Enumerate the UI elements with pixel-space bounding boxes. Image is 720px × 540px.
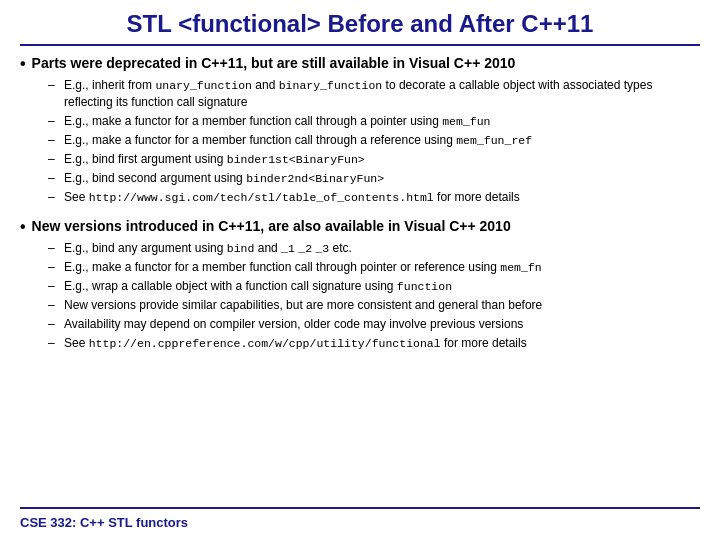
text: E.g., make a functor for a member functi… xyxy=(64,260,500,274)
list-item: E.g., inherit from unary_function and bi… xyxy=(48,77,700,111)
list-item: E.g., make a functor for a member functi… xyxy=(48,132,700,149)
code: _1 xyxy=(281,242,295,255)
list-item: New versions provide similar capabilitie… xyxy=(48,297,700,314)
text: for more details xyxy=(434,190,520,204)
section2-list: E.g., bind any argument using bind and _… xyxy=(48,240,700,352)
code: mem_fun_ref xyxy=(456,134,532,147)
section1: • Parts were deprecated in C++11, but ar… xyxy=(20,54,700,209)
section2: • New versions introduced in C++11, are … xyxy=(20,217,700,354)
text: New versions provide similar capabilitie… xyxy=(64,298,542,312)
text: and xyxy=(252,78,279,92)
code: binder1st<BinaryFun> xyxy=(227,153,365,166)
text: E.g., make a functor for a member functi… xyxy=(64,114,442,128)
section1-header: • Parts were deprecated in C++11, but ar… xyxy=(20,54,700,73)
text: E.g., bind first argument using xyxy=(64,152,227,166)
text: See xyxy=(64,190,89,204)
bullet2: • xyxy=(20,217,26,236)
slide-title: STL <functional> Before and After C++11 xyxy=(20,10,700,46)
bullet1: • xyxy=(20,54,26,73)
code: http://www.sgi.com/tech/stl/table_of_con… xyxy=(89,191,434,204)
text: for more details xyxy=(441,336,527,350)
text: and xyxy=(254,241,281,255)
text: E.g., inherit from xyxy=(64,78,155,92)
list-item: E.g., bind second argument using binder2… xyxy=(48,170,700,187)
text: E.g., bind second argument using xyxy=(64,171,246,185)
code: _2 xyxy=(298,242,312,255)
footer: CSE 332: C++ STL functors xyxy=(20,507,700,530)
list-item: See http://www.sgi.com/tech/stl/table_of… xyxy=(48,189,700,206)
list-item: E.g., make a functor for a member functi… xyxy=(48,113,700,130)
section2-header: • New versions introduced in C++11, are … xyxy=(20,217,700,236)
code: binder2nd<BinaryFun> xyxy=(246,172,384,185)
text: Availability may depend on compiler vers… xyxy=(64,317,523,331)
code: mem_fn xyxy=(500,261,541,274)
code: http://en.cppreference.com/w/cpp/utility… xyxy=(89,337,441,350)
text: etc. xyxy=(329,241,352,255)
code: unary_function xyxy=(155,79,252,92)
code: binary_function xyxy=(279,79,383,92)
list-item: E.g., bind any argument using bind and _… xyxy=(48,240,700,257)
text: E.g., bind any argument using xyxy=(64,241,227,255)
section1-title: Parts were deprecated in C++11, but are … xyxy=(32,54,516,72)
list-item: E.g., bind first argument using binder1s… xyxy=(48,151,700,168)
text: E.g., wrap a callable object with a func… xyxy=(64,279,397,293)
section1-list: E.g., inherit from unary_function and bi… xyxy=(48,77,700,206)
slide-container: STL <functional> Before and After C++11 … xyxy=(0,0,720,540)
list-item: E.g., wrap a callable object with a func… xyxy=(48,278,700,295)
section2-title: New versions introduced in C++11, are al… xyxy=(32,217,511,235)
code: function xyxy=(397,280,452,293)
code: bind xyxy=(227,242,255,255)
list-item: Availability may depend on compiler vers… xyxy=(48,316,700,333)
text: E.g., make a functor for a member functi… xyxy=(64,133,456,147)
list-item: See http://en.cppreference.com/w/cpp/uti… xyxy=(48,335,700,352)
code: _3 xyxy=(315,242,329,255)
code: mem_fun xyxy=(442,115,490,128)
text: See xyxy=(64,336,89,350)
list-item: E.g., make a functor for a member functi… xyxy=(48,259,700,276)
